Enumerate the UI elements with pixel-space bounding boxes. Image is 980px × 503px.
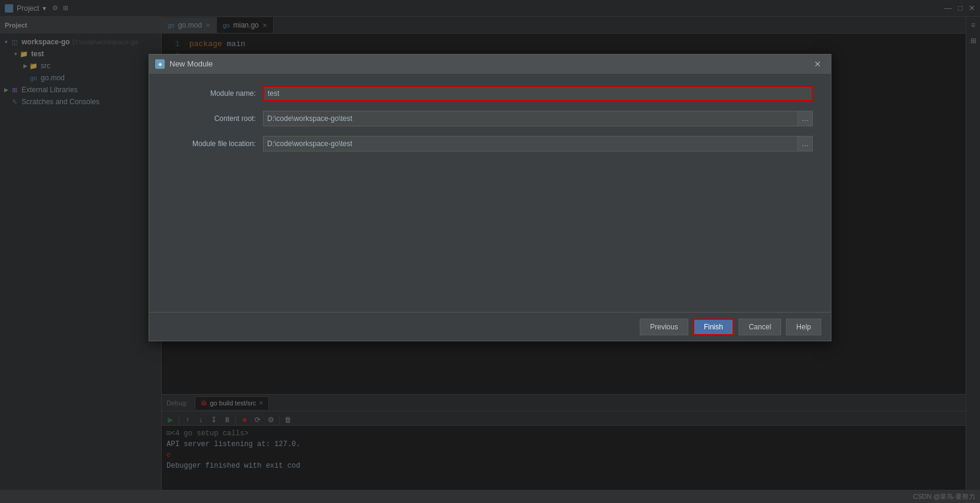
dialog-title: New Module <box>170 59 810 68</box>
module-file-input[interactable] <box>263 136 797 151</box>
module-file-field-group: … <box>263 136 813 151</box>
module-file-browse-btn[interactable]: … <box>797 136 813 151</box>
dialog-icon-symbol: ◈ <box>158 61 162 67</box>
content-root-input-wrap: … <box>263 111 813 126</box>
dialog-overlay: ◈ New Module ✕ Module name: Content root… <box>0 0 980 503</box>
module-name-label: Module name: <box>167 89 263 98</box>
content-root-browse-btn[interactable]: … <box>797 111 813 126</box>
content-root-label: Content root: <box>167 114 263 123</box>
dialog-body: Module name: Content root: … Module file… <box>149 74 831 312</box>
module-file-input-wrap: … <box>263 136 813 151</box>
module-file-label: Module file location: <box>167 140 263 148</box>
module-name-input[interactable] <box>263 86 813 101</box>
content-root-input[interactable] <box>263 111 797 126</box>
form-row-module-file: Module file location: … <box>167 136 813 151</box>
dialog-icon: ◈ <box>155 59 165 69</box>
dialog-footer: Previous Finish Cancel Help <box>149 312 831 341</box>
new-module-dialog: ◈ New Module ✕ Module name: Content root… <box>149 54 831 341</box>
form-row-content-root: Content root: … <box>167 111 813 126</box>
finish-button[interactable]: Finish <box>693 319 734 335</box>
form-row-module-name: Module name: <box>167 86 813 101</box>
help-button[interactable]: Help <box>786 319 821 335</box>
previous-button[interactable]: Previous <box>640 319 688 335</box>
dialog-title-bar: ◈ New Module ✕ <box>149 54 831 74</box>
content-root-field-group: … <box>263 111 813 126</box>
cancel-button[interactable]: Cancel <box>739 319 781 335</box>
dialog-close-button[interactable]: ✕ <box>810 58 825 70</box>
module-name-input-wrap <box>263 86 813 101</box>
